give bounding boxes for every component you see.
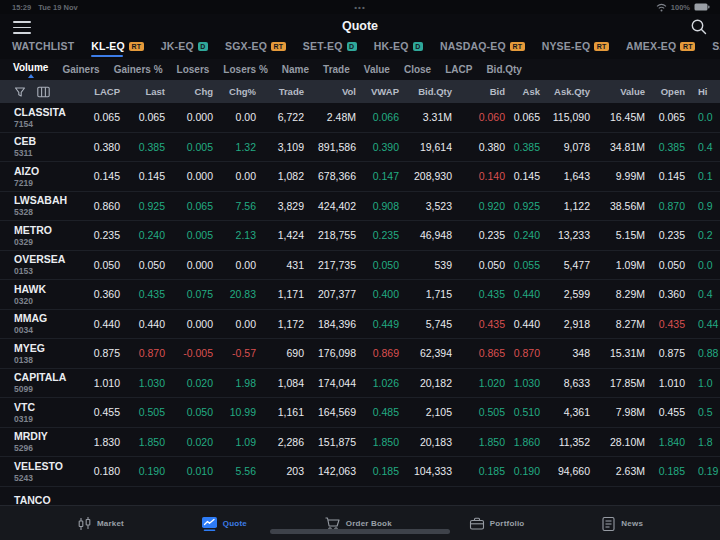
market-tab-kl-eq[interactable]: KL-EQ RT [91, 40, 143, 57]
table-row-oversea[interactable]: OVERSEA 0153 0.0500.0500.0000.00431217,7… [0, 251, 720, 281]
feed-type-badge: RT [594, 42, 609, 51]
cell-last: 0.050 [120, 259, 165, 271]
cell-ask-qty: 4,361 [540, 406, 590, 418]
filter-tab-label: Close [404, 64, 431, 75]
filter-tab-lacp[interactable]: LACP [445, 64, 472, 75]
cell-open: 0.870 [645, 200, 685, 212]
column-header-vwap[interactable]: VWAP [356, 86, 399, 97]
column-header-vol[interactable]: Vol [304, 86, 356, 97]
column-header-last[interactable]: Last [120, 86, 165, 97]
table-row-mmag[interactable]: MMAG 0034 0.4400.4400.0000.001,172184,39… [0, 310, 720, 340]
column-header-lacp[interactable]: LACP [80, 86, 120, 97]
feed-type-badge: D [413, 42, 423, 51]
columns-icon[interactable] [37, 86, 50, 98]
column-header-chg%[interactable]: Chg% [213, 86, 256, 97]
market-tab-watchlist[interactable]: WATCHLIST [12, 40, 74, 57]
table-row-hawk[interactable]: HAWK 0320 0.3600.4350.07520.831,171207,3… [0, 280, 720, 310]
column-header-bid[interactable]: Bid [452, 86, 505, 97]
filter-tab-gainers-[interactable]: Gainers % [114, 64, 163, 75]
filter-tab-losers[interactable]: Losers [177, 64, 210, 75]
cell-hi: 0.0 [685, 111, 720, 123]
filter-tab-value[interactable]: Value [364, 64, 390, 75]
cell-value: 8.27M [590, 318, 645, 330]
table-row-capitala[interactable]: CAPITALA 5099 1.0101.0300.0201.981,08417… [0, 369, 720, 399]
column-header-value[interactable]: Value [590, 86, 645, 97]
table-row-myeg[interactable]: MYEG 0138 0.8750.870-0.005-0.57690176,09… [0, 339, 720, 369]
nav-item-market[interactable]: Market [77, 516, 124, 532]
cell-ask-qty: 2,918 [540, 318, 590, 330]
filter-tab-name[interactable]: Name [282, 64, 309, 75]
cell-ask: 0.440 [505, 318, 540, 330]
column-header-trade[interactable]: Trade [256, 86, 304, 97]
column-header-chg[interactable]: Chg [165, 86, 213, 97]
table-row-ceb[interactable]: CEB 5311 0.3800.3850.0051.323,109891,586… [0, 133, 720, 163]
status-date: Tue 19 Nov [38, 3, 77, 12]
filter-tab-label: Gainers % [114, 64, 163, 75]
market-tab-amex-eq[interactable]: AMEX-EQ RT [626, 40, 695, 57]
market-tab-jk-eq[interactable]: JK-EQ D [161, 40, 208, 57]
table-row-lwsabah[interactable]: LWSABAH 5328 0.8600.9250.0657.563,829424… [0, 192, 720, 222]
nav-item-portfolio[interactable]: Portfolio [469, 516, 525, 531]
cell-ask: 1.860 [505, 436, 540, 448]
market-tab-sgx-eq[interactable]: SGX-EQ RT [225, 40, 286, 57]
filter-tab-bid-qty[interactable]: Bid.Qty [486, 64, 522, 75]
filter-tab-gainers[interactable]: Gainers [62, 64, 99, 75]
cell-chg: 0.005 [165, 229, 213, 241]
cell-chg: 0.000 [165, 318, 213, 330]
market-tab-set-eq[interactable]: SET-EQ D [303, 40, 357, 57]
search-icon[interactable] [690, 18, 708, 36]
cell-ask-qty: 11,352 [540, 436, 590, 448]
market-tab-nyse-eq[interactable]: NYSE-EQ RT [542, 40, 609, 57]
nav-item-news[interactable]: News [601, 516, 643, 532]
nav-item-quote[interactable]: Quote [201, 515, 247, 532]
cell-bid-qty: 208,930 [399, 170, 452, 182]
filter-tab-losers-[interactable]: Losers % [223, 64, 267, 75]
column-header-open[interactable]: Open [645, 86, 685, 97]
filter-tab-volume[interactable]: Volume [13, 62, 48, 78]
cell-chg%: 1.32 [213, 141, 256, 153]
market-tab-label: JK-EQ [161, 40, 194, 52]
cell-chg%: 5.56 [213, 465, 256, 477]
app-header: Quote [0, 14, 720, 40]
cell-value: 16.45M [590, 111, 645, 123]
cell-chg%: 0.00 [213, 111, 256, 123]
cell-value: 38.56M [590, 200, 645, 212]
cell-value: 17.85M [590, 377, 645, 389]
table-row-vtc[interactable]: VTC 0319 0.4550.5050.05010.991,161164,56… [0, 398, 720, 428]
market-tab-label: WATCHLIST [12, 40, 74, 52]
cell-last: 0.145 [120, 170, 165, 182]
cell-chg: 0.000 [165, 170, 213, 182]
cell-value: 9.99M [590, 170, 645, 182]
cell-hi: 0.0 [685, 259, 720, 271]
cell-chg%: 0.00 [213, 170, 256, 182]
column-header-ask[interactable]: Ask [505, 86, 540, 97]
stock-name: MMAG [14, 312, 80, 324]
cell-lacp: 0.235 [80, 229, 120, 241]
cell-ask: 0.870 [505, 347, 540, 359]
market-tab-nasdaq-eq[interactable]: NASDAQ-EQ RT [440, 40, 525, 57]
market-tab-hk-eq[interactable]: HK-EQ D [374, 40, 423, 57]
filter-funnel-icon[interactable] [14, 86, 26, 98]
column-header-hi[interactable]: Hi [685, 86, 720, 97]
table-row-aizo[interactable]: AIZO 7219 0.1450.1450.0000.001,082678,36… [0, 162, 720, 192]
table-row-classita[interactable]: CLASSITA 7154 0.0650.0650.0000.006,7222.… [0, 103, 720, 133]
table-row-metro[interactable]: METRO 0329 0.2350.2400.0052.131,424218,7… [0, 221, 720, 251]
column-header-ask-qty[interactable]: Ask.Qty [540, 86, 590, 97]
filter-tab-label: LACP [445, 64, 472, 75]
table-row-tanco[interactable]: TANCO [0, 487, 720, 506]
filter-tab-close[interactable]: Close [404, 64, 431, 75]
column-header-bid-qty[interactable]: Bid.Qty [399, 86, 452, 97]
cell-lacp: 0.875 [80, 347, 120, 359]
news-icon [601, 516, 616, 532]
cell-value: 34.81M [590, 141, 645, 153]
cell-bid: 0.380 [452, 141, 505, 153]
stock-code: 5099 [14, 384, 80, 394]
quote-table-body: CLASSITA 7154 0.0650.0650.0000.006,7222.… [0, 103, 720, 505]
table-row-mrdiy[interactable]: MRDIY 5296 1.8301.8500.0201.092,286151,8… [0, 428, 720, 458]
cell-hi: 0.4 [685, 141, 720, 153]
market-tab-szd-eq[interactable]: SZD-EQ D [712, 40, 720, 57]
table-row-velesto[interactable]: VELESTO 5243 0.1800.1900.0105.56203142,0… [0, 457, 720, 487]
filter-tab-trade[interactable]: Trade [323, 64, 350, 75]
cell-lacp: 0.455 [80, 406, 120, 418]
home-indicator[interactable] [270, 529, 450, 534]
